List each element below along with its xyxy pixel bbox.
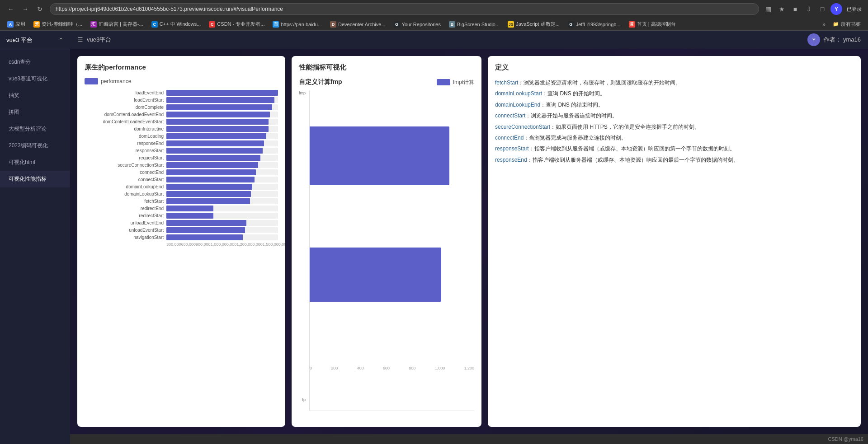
sidebar-item-visual-html[interactable]: 可视化html	[0, 154, 70, 171]
more-bookmarks-button[interactable]: »	[820, 20, 828, 28]
bookmark-home[interactable]: 首 首页 | 高德控制台	[625, 20, 679, 28]
expand-icon[interactable]: □	[817, 4, 828, 14]
folder-icon: 📁	[833, 21, 839, 27]
all-bookmarks-button[interactable]: 📁 所有书签	[829, 20, 864, 28]
hbar-track-domainLookupStart	[166, 191, 278, 197]
custom-ylabels: fmp fp	[299, 91, 309, 411]
hbar-fill-domInteractive	[166, 126, 269, 132]
xaxis-label: 1,000,000,000	[211, 242, 237, 247]
back-button[interactable]: ←	[5, 3, 17, 15]
hbar-fill-connectStart	[166, 177, 255, 182]
hbar-track-connectStart	[166, 177, 278, 182]
hbar-fill-loadEventStart	[166, 97, 274, 103]
download-icon[interactable]: ⇩	[803, 4, 814, 14]
hbar-track-fetchStart	[166, 198, 278, 204]
footer-bar: CSDN @yma16	[70, 434, 868, 444]
cast-icon[interactable]: ▦	[763, 4, 774, 14]
hbar-track-responseStart	[166, 148, 278, 154]
bookmark-icon[interactable]: ★	[776, 4, 787, 14]
hbar-track-domLoading	[166, 133, 278, 139]
xval-600: 600	[383, 366, 390, 370]
custom-xaxis: 0 200 400 600 800 1,000 1,200	[310, 366, 474, 370]
definition-desc: ：指客户端收到从服务器端（或缓存、本地资源）响应回的第一个字节的数据的时刻。	[529, 145, 735, 152]
sidebar-item-2023-visual[interactable]: 2023编码可视化	[0, 137, 70, 154]
definition-desc: ：浏览器开始与服务器连接时的时间。	[525, 112, 618, 119]
bookmark-cpp-label: C++ 中 Windows...	[160, 21, 201, 28]
raw-legend-color	[85, 78, 98, 84]
author-avatar: Y	[807, 33, 820, 46]
definition-entry: domainLookupStart：查询 DNS 的开始时间。	[495, 89, 854, 98]
author-name: yma16	[843, 36, 861, 43]
logged-in-label: 已登录	[845, 4, 863, 14]
bookmark-github-jeff[interactable]: G JeffLi1993/springb...	[564, 20, 624, 28]
bookmark-merge[interactable]: 汇 汇编语言 | 高存器-...	[87, 20, 147, 28]
sidebar-item-puzzle[interactable]: 拼图	[0, 104, 70, 121]
card-custom-subtitle: 自定义计算fmp	[299, 78, 342, 86]
xaxis-label: 300,000	[166, 242, 181, 247]
topbar-title: vue3平台	[87, 36, 111, 44]
forward-button[interactable]: →	[19, 3, 32, 15]
custom-legend-color	[437, 79, 450, 85]
topbar-left: ☰ vue3平台	[77, 36, 111, 44]
devcenter-favicon: D	[330, 21, 336, 28]
refresh-button[interactable]: ↻	[33, 3, 46, 15]
bookmark-jsfd[interactable]: JS JavaScript 函数定...	[504, 20, 563, 28]
hbar-label-requestStart: requestStart	[85, 155, 164, 160]
definition-desc: ：指客户端收到从服务器端（或缓存、本地资源）响应回的最后一个字节的数据的时刻。	[527, 157, 739, 163]
hbar-fill-unloadEventStart	[166, 227, 245, 233]
bookmark-home-label: 首页 | 高德控制台	[637, 21, 676, 28]
hbar-row-domInteractive: domInteractive	[85, 126, 278, 132]
extensions-icon[interactable]: ■	[790, 4, 801, 14]
bookmark-github-repos[interactable]: G Your Repositories	[390, 20, 444, 28]
definition-term: responseEnd	[495, 157, 527, 163]
sidebar-item-puzzle-label: 拼图	[9, 109, 19, 115]
bookmark-bigscreen[interactable]: B BigScreen Studio...	[445, 20, 503, 28]
hbar-label-connectStart: connectStart	[85, 177, 164, 182]
bookmark-csdn[interactable]: C CSDN - 专业开发者...	[205, 20, 268, 28]
hbar-fill-redirectEnd	[166, 206, 213, 211]
definition-term: domainLookupEnd	[495, 102, 540, 108]
definition-term: connectEnd	[495, 135, 524, 141]
bookmark-info[interactable]: 资 资讯-养蜂蜂哇（...	[30, 20, 86, 28]
sidebar-item-vue3-visual[interactable]: vue3赛道可视化	[0, 70, 70, 87]
bookmark-jsfd-label: JavaScript 函数定...	[516, 21, 560, 28]
hbar-fill-loadEventEnd	[166, 90, 278, 96]
definition-term: fetchStart	[495, 79, 518, 86]
hbar-label-domComplete: domComplete	[85, 105, 164, 110]
bookmark-apps[interactable]: A 应用	[4, 20, 29, 28]
bookmark-devcenter[interactable]: D Devecenter Archive...	[326, 20, 389, 28]
address-text: https://project-iprj649dc061b2ce4d610045…	[56, 6, 283, 12]
xval-200: 200	[331, 366, 338, 370]
definition-term: domainLookupStart	[495, 90, 542, 97]
sidebar-item-vue3-visual-label: vue3赛道可视化	[9, 75, 47, 82]
bookmark-cpp[interactable]: C C++ 中 Windows...	[148, 20, 205, 28]
footer-text: CSDN @yma16	[828, 436, 863, 442]
sidebar-item-visual-perf-label: 可视化性能指标	[9, 176, 47, 182]
raw-chart-legend: performance	[85, 78, 278, 84]
bookmark-github-jeff-label: JeffLi1993/springb...	[576, 22, 621, 27]
hbar-row-connectEnd: connectEnd	[85, 169, 278, 175]
profile-button[interactable]: Y	[830, 3, 842, 15]
definition-desc: ：浏览器发起资源请求时，有缓存时，则返回读取缓存的开始时间。	[518, 79, 681, 86]
hbar-label-responseStart: responseStart	[85, 148, 164, 153]
hbar-fill-domComplete	[166, 104, 272, 110]
sidebar-item-llm-review[interactable]: 大模型分析评论	[0, 121, 70, 137]
bookmark-baidu[interactable]: 百 https://pan.baidu...	[269, 20, 326, 28]
sidebar-item-lottery[interactable]: 抽奖	[0, 87, 70, 104]
address-bar[interactable]: https://project-iprj649dc061b2ce4d610045…	[50, 3, 759, 15]
baidu-favicon: 百	[273, 21, 279, 28]
hbar-track-unloadEventEnd	[166, 220, 278, 226]
fp-bar-row	[310, 248, 474, 302]
custom-chart-wrapper: fmp fp	[299, 91, 474, 411]
definition-term: secureConnectionStart	[495, 124, 550, 130]
definition-desc: ：如果页面使用 HTTPS，它的值是安全连接握手之前的时刻。	[550, 124, 700, 130]
menu-icon: ☰	[77, 36, 83, 43]
sidebar-item-visual-perf[interactable]: 可视化性能指标	[0, 171, 70, 187]
hbar-track-requestStart	[166, 155, 278, 161]
fmp-bar	[310, 126, 449, 185]
hbar-label-secureConnectionStart: secureConnectionStart	[85, 163, 164, 168]
sidebar-item-csdn-score[interactable]: csdn查分	[0, 54, 70, 70]
sidebar-toggle-button[interactable]: ⌃	[58, 37, 64, 44]
hbar-row-domainLookupEnd: domainLookupEnd	[85, 184, 278, 190]
xaxis-label: 1,500,000,000	[263, 242, 285, 247]
